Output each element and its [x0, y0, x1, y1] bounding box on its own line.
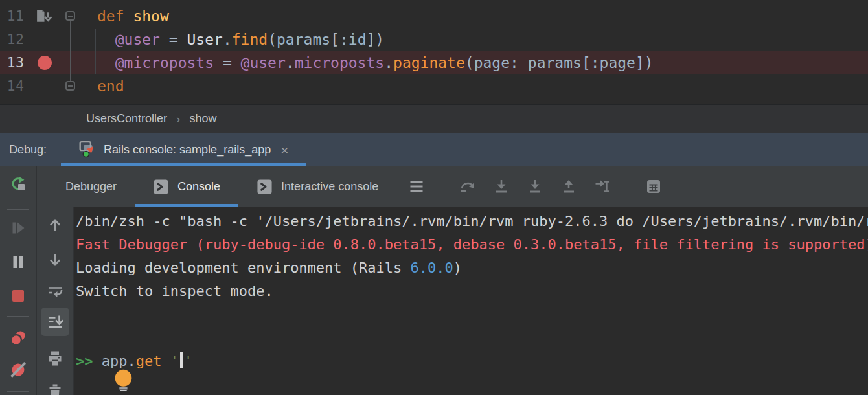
console-text: /bin/zsh -c "bash -c '/Users/jetbrains/.…: [76, 213, 868, 229]
view-breakpoints-button[interactable]: [10, 330, 27, 346]
code-token: ]: [367, 31, 376, 48]
line-number[interactable]: 11: [0, 5, 25, 28]
indent-guide-line: [95, 29, 96, 74]
fold-marker-icon[interactable]: [65, 11, 75, 21]
tab-label: Console: [177, 180, 220, 194]
code-token: User: [187, 31, 223, 48]
arrow-up-button[interactable]: [47, 217, 63, 234]
tab-debugger[interactable]: Debugger: [47, 166, 135, 207]
arrow-down-button[interactable]: [47, 251, 63, 268]
code-text: end: [97, 74, 124, 98]
rerun-button[interactable]: [10, 175, 27, 192]
run-to-cursor-button[interactable]: [594, 178, 611, 195]
toolbar-separator: [628, 177, 628, 196]
debug-session-tab[interactable]: Rails console: sample_rails_app ×: [61, 133, 306, 166]
console-icon: [153, 179, 169, 195]
console-text: 6.0.0: [411, 260, 453, 276]
code-token: ): [375, 31, 384, 48]
line-number[interactable]: 12: [0, 28, 25, 51]
scroll-end-button[interactable]: [41, 308, 69, 336]
toolbar-separator: [442, 177, 442, 196]
prompt-token: get: [136, 353, 162, 369]
breadcrumb: UsersController › show: [0, 104, 868, 133]
console-line: Loading development environment (Rails 6…: [76, 256, 868, 280]
code-token: (: [268, 31, 277, 48]
line-number[interactable]: 13: [0, 51, 25, 74]
soft-wrap-button[interactable]: [47, 283, 63, 300]
step-out-button[interactable]: [560, 178, 577, 195]
scroll-end-icon: [47, 313, 63, 330]
hamburger-button[interactable]: [408, 178, 425, 195]
debug-label: Debug:: [9, 143, 47, 157]
console-output[interactable]: /bin/zsh -c "bash -c '/Users/jetbrains/.…: [74, 207, 868, 395]
debugger-tabs-row: DebuggerConsoleInteractive console: [37, 166, 868, 207]
tab-console[interactable]: Console: [135, 166, 238, 207]
close-icon[interactable]: ×: [280, 143, 288, 157]
intention-lightbulb-icon[interactable]: [111, 367, 132, 391]
code-text: @user = User.find(params[:id]): [97, 28, 384, 51]
step-into-button[interactable]: [493, 178, 510, 195]
print-button[interactable]: [47, 350, 63, 367]
mute-breakpoints-button[interactable]: [10, 361, 27, 378]
pause-button[interactable]: [10, 254, 27, 271]
stop-button[interactable]: [10, 288, 27, 304]
fold-spine-line: [70, 19, 71, 84]
console-line: [76, 326, 868, 350]
text-cursor: [180, 352, 183, 368]
prompt-token: [162, 353, 170, 369]
console-text: Switch to inspect mode.: [76, 283, 273, 299]
code-editor[interactable]: 11def show12 @user = User.find(params[:i…: [0, 0, 868, 104]
code-token: find: [232, 31, 268, 48]
code-token: @microposts: [115, 54, 214, 71]
code-token: ): [645, 54, 654, 71]
breadcrumb-method[interactable]: show: [189, 112, 216, 126]
tab-label: Debugger: [65, 180, 117, 194]
step-over-button[interactable]: [459, 178, 476, 195]
code-token: end: [97, 78, 124, 95]
code-token: [: [582, 54, 591, 71]
console-line: Switch to inspect mode.: [76, 280, 868, 303]
code-token: @user: [241, 54, 286, 71]
console-prompt-line[interactable]: >> app.get '': [76, 350, 868, 373]
code-token: [: [330, 31, 339, 48]
debug-tab-title: Rails console: sample_rails_app: [104, 143, 271, 157]
code-line: 12 @user = User.find(params[:id]): [0, 28, 868, 51]
code-token: def: [97, 8, 133, 25]
code-line: 13 @microposts = @user.microposts.pagina…: [0, 51, 868, 74]
resume-button[interactable]: [10, 220, 27, 236]
stepping-toolbar: [408, 177, 662, 196]
code-token: params: [528, 54, 582, 71]
console-line: [76, 303, 868, 326]
code-token: :id: [339, 31, 367, 48]
code-text: def show: [97, 5, 169, 28]
console-actions-toolbar: [37, 207, 74, 395]
code-token: microposts: [295, 54, 384, 71]
force-step-into-button[interactable]: [527, 178, 543, 195]
breadcrumb-class[interactable]: UsersController: [86, 112, 167, 126]
fold-marker-icon[interactable]: [65, 81, 75, 91]
breadcrumb-separator-icon: ›: [176, 112, 180, 126]
console-text: Loading development environment (Rails: [76, 260, 411, 276]
code-token: paginate: [393, 54, 465, 71]
file-arrow-icon: [35, 8, 52, 25]
console-text: Fast Debugger (ruby-debug-ide 0.8.0.beta…: [76, 236, 868, 253]
tab-interactive-console[interactable]: Interactive console: [238, 166, 396, 207]
toolbar-separator: [7, 316, 29, 317]
trash-button[interactable]: [47, 383, 63, 395]
code-token: =: [214, 54, 241, 71]
breakpoint-dot[interactable]: [38, 56, 52, 70]
debugger-actions-toolbar: [0, 166, 37, 395]
code-token: =: [160, 31, 187, 48]
code-token: show: [133, 8, 168, 25]
code-token: params: [277, 31, 330, 48]
code-token: [97, 31, 115, 48]
code-line: 11def show: [0, 5, 868, 28]
prompt-marker: >>: [76, 353, 102, 369]
console-line: Fast Debugger (ruby-debug-ide 0.8.0.beta…: [76, 233, 868, 256]
code-token: [97, 54, 115, 71]
code-token: :page: [591, 54, 635, 71]
code-token: (: [465, 54, 474, 71]
line-number[interactable]: 14: [0, 74, 25, 98]
code-line: 14end: [0, 74, 868, 98]
evaluate-grid-button[interactable]: [645, 178, 662, 195]
